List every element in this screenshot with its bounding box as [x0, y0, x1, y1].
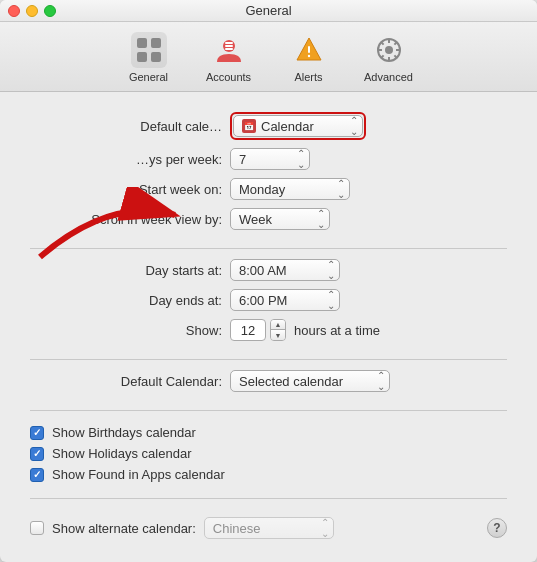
alerts-label: Alerts	[294, 71, 322, 83]
days-per-week-label: …ys per week:	[30, 152, 230, 167]
svg-rect-2	[137, 52, 147, 62]
svg-line-17	[394, 55, 397, 58]
toolbar-item-accounts[interactable]: Accounts	[199, 32, 259, 83]
svg-line-16	[380, 42, 383, 45]
chevron-icon: ⌃⌄	[350, 115, 358, 137]
birthdays-checkbox[interactable]: ✓	[30, 426, 44, 440]
default-calendar-type-control: 📅 Calendar ⌃⌄	[230, 112, 366, 140]
hours-increment-button[interactable]: ▲	[271, 320, 285, 330]
alternate-calendar-section: Show alternate calendar: Chinese ⌃⌄ ?	[30, 517, 507, 539]
show-label: Show:	[30, 323, 230, 338]
calendar-type-select-wrapper[interactable]: 📅 Calendar ⌃⌄	[233, 115, 363, 137]
day-starts-label: Day starts at:	[30, 263, 230, 278]
holidays-row: ✓ Show Holidays calendar	[30, 446, 507, 461]
general-icon-wrap	[131, 32, 167, 68]
found-row: ✓ Show Found in Apps calendar	[30, 467, 507, 482]
advanced-label: Advanced	[364, 71, 413, 83]
found-check: ✓	[33, 469, 41, 480]
start-week-select-wrapper[interactable]: Monday ⌃⌄	[230, 178, 350, 200]
default-calendar-select[interactable]: Selected calendar ⌃⌄	[230, 370, 390, 392]
calendar-type-select[interactable]: 📅 Calendar ⌃⌄	[233, 115, 363, 137]
calendar-icon: 📅	[242, 119, 256, 133]
default-calendar-select-wrapper[interactable]: Selected calendar ⌃⌄	[230, 370, 390, 392]
show-hours-row: Show: 12 ▲ ▼ hours at a time	[30, 319, 507, 341]
default-calendar-value: Selected calendar	[239, 374, 343, 389]
scroll-week-select-wrapper[interactable]: Week ⌃⌄	[230, 208, 330, 230]
day-ends-row: Day ends at: 6:00 PM ⌃⌄	[30, 289, 507, 311]
hours-input[interactable]: 12	[230, 319, 266, 341]
days-per-week-value: 7	[239, 152, 246, 167]
general-label: General	[129, 71, 168, 83]
advanced-icon	[375, 36, 403, 64]
scroll-week-row: Scroll in week view by: Week ⌃⌄	[30, 208, 507, 230]
accounts-icon	[215, 36, 243, 64]
birthdays-row: ✓ Show Birthdays calendar	[30, 425, 507, 440]
svg-rect-8	[308, 46, 310, 53]
start-week-value: Monday	[239, 182, 285, 197]
svg-point-11	[385, 46, 393, 54]
titlebar: General	[0, 0, 537, 22]
chevron-icon: ⌃⌄	[321, 517, 329, 539]
alternate-checkbox[interactable]	[30, 521, 44, 535]
day-starts-select[interactable]: 8:00 AM ⌃⌄	[230, 259, 340, 281]
toolbar-item-alerts[interactable]: Alerts	[279, 32, 339, 83]
day-ends-select[interactable]: 6:00 PM ⌃⌄	[230, 289, 340, 311]
day-ends-label: Day ends at:	[30, 293, 230, 308]
scroll-week-select[interactable]: Week ⌃⌄	[230, 208, 330, 230]
day-ends-select-wrapper[interactable]: 6:00 PM ⌃⌄	[230, 289, 340, 311]
alternate-calendar-value: Chinese	[213, 521, 261, 536]
close-button[interactable]	[8, 5, 20, 17]
help-button[interactable]: ?	[487, 518, 507, 538]
birthdays-check: ✓	[33, 427, 41, 438]
alternate-calendar-row: Show alternate calendar: Chinese ⌃⌄	[30, 517, 334, 539]
svg-rect-0	[137, 38, 147, 48]
alerts-icon	[295, 36, 323, 64]
separator-1	[30, 248, 507, 249]
default-calendar-type-label: Default cale…	[30, 119, 230, 134]
chevron-icon: ⌃⌄	[317, 208, 325, 230]
advanced-icon-wrap	[371, 32, 407, 68]
toolbar: General Accounts	[0, 22, 537, 92]
separator-2	[30, 359, 507, 360]
scroll-week-label: Scroll in week view by:	[30, 212, 230, 227]
day-starts-select-wrapper[interactable]: 8:00 AM ⌃⌄	[230, 259, 340, 281]
found-checkbox[interactable]: ✓	[30, 468, 44, 482]
days-per-week-select[interactable]: 7 ⌃⌄	[230, 148, 310, 170]
alternate-calendar-select-wrapper[interactable]: Chinese ⌃⌄	[204, 517, 334, 539]
default-calendar-label: Default Calendar:	[30, 374, 230, 389]
days-per-week-row: …ys per week: 7 ⌃⌄	[30, 148, 507, 170]
general-icon	[135, 36, 163, 64]
alternate-calendar-label: Show alternate calendar:	[52, 521, 196, 536]
maximize-button[interactable]	[44, 5, 56, 17]
default-calendar-row: Default Calendar: Selected calendar ⌃⌄	[30, 370, 507, 392]
days-per-week-select-wrapper[interactable]: 7 ⌃⌄	[230, 148, 310, 170]
chevron-icon: ⌃⌄	[337, 178, 345, 200]
accounts-label: Accounts	[206, 71, 251, 83]
minimize-button[interactable]	[26, 5, 38, 17]
window-title: General	[245, 3, 291, 18]
svg-line-18	[394, 42, 397, 45]
toolbar-item-general[interactable]: General	[119, 32, 179, 83]
toolbar-item-advanced[interactable]: Advanced	[359, 32, 419, 83]
holidays-checkbox[interactable]: ✓	[30, 447, 44, 461]
start-week-on-label: Start week on:	[30, 182, 230, 197]
chevron-icon: ⌃⌄	[327, 259, 335, 281]
svg-point-9	[307, 55, 309, 57]
svg-rect-6	[225, 45, 233, 47]
content-area: Default cale… 📅 Calendar ⌃⌄ …ys per week…	[0, 92, 537, 562]
day-starts-row: Day starts at: 8:00 AM ⌃⌄	[30, 259, 507, 281]
chevron-icon: ⌃⌄	[327, 289, 335, 311]
alerts-icon-wrap	[291, 32, 327, 68]
alternate-calendar-select[interactable]: Chinese ⌃⌄	[204, 517, 334, 539]
start-week-select[interactable]: Monday ⌃⌄	[230, 178, 350, 200]
svg-rect-3	[151, 52, 161, 62]
hours-decrement-button[interactable]: ▼	[271, 330, 285, 340]
svg-rect-5	[225, 42, 233, 44]
holidays-check: ✓	[33, 448, 41, 459]
chevron-icon: ⌃⌄	[297, 148, 305, 170]
day-ends-value: 6:00 PM	[239, 293, 287, 308]
svg-line-19	[380, 55, 383, 58]
checkbox-section: ✓ Show Birthdays calendar ✓ Show Holiday…	[30, 425, 507, 488]
day-starts-value: 8:00 AM	[239, 263, 287, 278]
traffic-lights	[8, 5, 56, 17]
